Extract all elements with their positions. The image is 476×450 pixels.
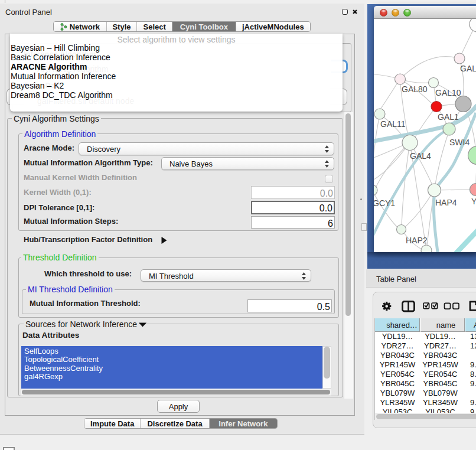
svg-text:GAL10: GAL10 [435, 88, 461, 97]
svg-text:GAL4: GAL4 [410, 151, 431, 161]
svg-text:GAL1: GAL1 [438, 112, 459, 122]
svg-text:GAL2: GAL2 [460, 64, 476, 73]
svg-text:HAP4: HAP4 [435, 198, 457, 207]
svg-text:SWI4: SWI4 [449, 138, 470, 147]
svg-text:GAL80: GAL80 [402, 84, 428, 94]
svg-text:Y: Y [471, 197, 476, 206]
svg-text:HAP2: HAP2 [406, 236, 428, 245]
svg-text:GAL11: GAL11 [380, 119, 406, 129]
svg-text:GCY1: GCY1 [374, 198, 395, 208]
